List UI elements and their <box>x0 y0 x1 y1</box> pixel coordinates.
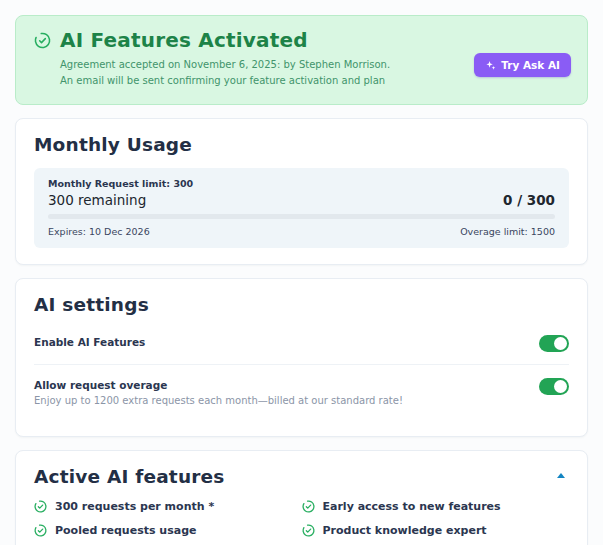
request-overage-label: Allow request overage <box>34 378 403 393</box>
setting-row-enable-ai: Enable AI Features <box>34 322 569 364</box>
usage-progress-bar <box>48 214 555 219</box>
feature-item: 300 requests per month * <box>34 500 302 513</box>
request-overage-toggle[interactable] <box>539 378 569 395</box>
ai-settings-title: AI settings <box>34 294 569 315</box>
check-circle-icon <box>302 524 315 537</box>
usage-mid-row: 300 remaining 0 / 300 <box>48 192 555 208</box>
feature-item: Early access to new features <box>302 500 570 513</box>
collapse-caret-up-icon[interactable] <box>557 473 565 478</box>
try-ask-ai-label: Try Ask AI <box>501 59 560 71</box>
agreement-line: Agreement accepted on November 6, 2025: … <box>60 59 390 70</box>
banner-agreement-text: Agreement accepted on November 6, 2025: … <box>60 57 474 88</box>
expires-label: Expires: 10 Dec 2026 <box>48 226 150 237</box>
features-grid: 300 requests per month * Early access to… <box>34 500 569 545</box>
feature-label: 300 requests per month * <box>55 500 214 513</box>
feature-label: Pooled requests usage <box>55 524 196 537</box>
active-features-title: Active AI features <box>34 466 225 487</box>
usage-panel: Monthly Request limit: 300 300 remaining… <box>34 168 569 248</box>
check-circle-icon <box>34 524 47 537</box>
active-features-card: Active AI features 300 requests per mont… <box>15 450 588 545</box>
remaining-count: 300 remaining <box>48 192 146 208</box>
ai-features-page: AI Features Activated Agreement accepted… <box>0 0 603 545</box>
feature-label: Early access to new features <box>323 500 501 513</box>
overage-limit-label: Overage limit: 1500 <box>460 226 555 237</box>
enable-ai-toggle[interactable] <box>539 335 569 352</box>
monthly-usage-title: Monthly Usage <box>34 134 569 155</box>
request-limit-label: Monthly Request limit: 300 <box>48 178 555 189</box>
banner-title: AI Features Activated <box>60 29 474 52</box>
ai-settings-card: AI settings Enable AI Features Allow req… <box>15 278 588 437</box>
feature-item: Pooled requests usage <box>34 524 302 537</box>
active-features-header: Active AI features <box>34 466 569 487</box>
check-circle-icon <box>34 500 47 513</box>
banner-text: AI Features Activated Agreement accepted… <box>60 29 474 88</box>
sparkle-icon <box>485 60 496 71</box>
usage-bottom-row: Expires: 10 Dec 2026 Overage limit: 1500 <box>48 226 555 237</box>
check-circle-icon <box>34 32 51 49</box>
check-circle-icon <box>302 500 315 513</box>
enable-ai-label: Enable AI Features <box>34 335 145 350</box>
monthly-usage-card: Monthly Usage Monthly Request limit: 300… <box>15 118 588 265</box>
request-overage-description: Enjoy up to 1200 extra requests each mon… <box>34 394 403 408</box>
feature-label: Product knowledge expert <box>323 524 487 537</box>
try-ask-ai-button[interactable]: Try Ask AI <box>474 53 571 77</box>
feature-item: Product knowledge expert <box>302 524 570 537</box>
setting-row-request-overage: Allow request overage Enjoy up to 1200 e… <box>34 364 569 421</box>
email-confirmation-line: An email will be sent confirming your fe… <box>60 75 385 86</box>
usage-fraction: 0 / 300 <box>503 192 555 208</box>
settings-list: Enable AI Features Allow request overage… <box>34 322 569 421</box>
activation-banner: AI Features Activated Agreement accepted… <box>15 15 588 105</box>
